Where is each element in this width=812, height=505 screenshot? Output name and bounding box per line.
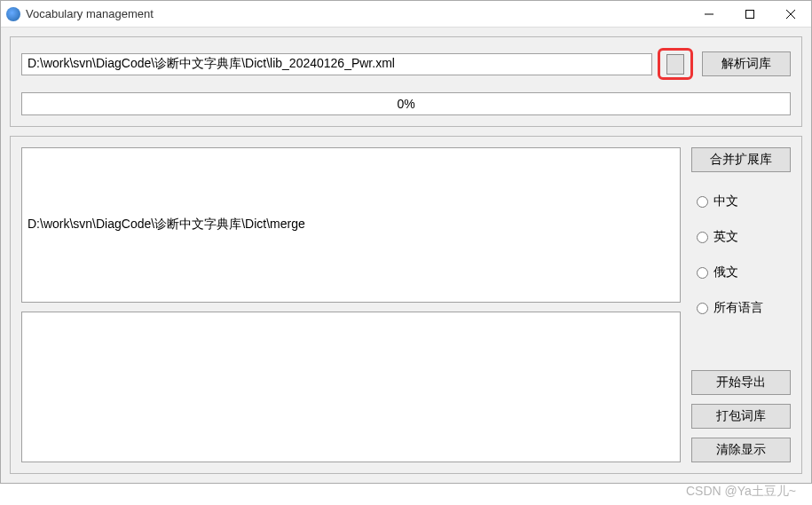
language-radio-group: 中文 英文 俄文 所有语言	[691, 183, 791, 323]
watermark-text: CSDN @Ya土豆儿~	[686, 484, 796, 500]
radio-russian[interactable]: 俄文	[697, 264, 785, 280]
radio-russian-label: 俄文	[713, 264, 738, 280]
radio-chinese[interactable]: 中文	[697, 193, 785, 209]
close-icon	[786, 10, 795, 19]
radio-all[interactable]: 所有语言	[697, 300, 785, 316]
radio-english-input[interactable]	[697, 232, 708, 243]
svg-rect-1	[746, 10, 754, 18]
parse-dict-button[interactable]: 解析词库	[702, 51, 791, 76]
export-panel: 合并扩展库 中文 英文 俄文	[10, 136, 802, 474]
maximize-icon	[745, 10, 754, 19]
minimize-button[interactable]	[689, 1, 729, 28]
titlebar: Vocabulary management	[1, 1, 811, 28]
merge-ext-button[interactable]: 合并扩展库	[691, 147, 791, 172]
parse-panel: 解析词库 0%	[10, 36, 802, 127]
merge-path-input[interactable]	[21, 147, 681, 303]
right-column: 合并扩展库 中文 英文 俄文	[691, 147, 791, 462]
radio-english[interactable]: 英文	[697, 229, 785, 245]
output-textarea[interactable]	[21, 312, 681, 463]
parse-row: 解析词库	[21, 48, 791, 80]
radio-all-input[interactable]	[697, 303, 708, 314]
start-export-button[interactable]: 开始导出	[691, 370, 791, 395]
window-title: Vocabulary management	[26, 7, 689, 20]
content-area: 解析词库 0% 合并扩展库 中文 英文	[1, 28, 811, 483]
dict-path-input[interactable]	[21, 53, 652, 75]
highlight-box	[658, 48, 693, 80]
radio-all-label: 所有语言	[713, 300, 763, 316]
close-button[interactable]	[770, 1, 811, 28]
button-stack: 开始导出 打包词库 清除显示	[691, 370, 791, 462]
progress-text: 0%	[397, 97, 414, 111]
progress-bar: 0%	[21, 92, 791, 115]
clear-display-button[interactable]: 清除显示	[691, 438, 791, 462]
browse-button[interactable]	[666, 54, 684, 75]
app-icon	[6, 7, 20, 21]
left-column	[21, 147, 681, 462]
radio-chinese-input[interactable]	[697, 196, 708, 208]
radio-russian-input[interactable]	[697, 267, 708, 279]
minimize-icon	[705, 10, 713, 19]
radio-chinese-label: 中文	[713, 193, 738, 209]
pack-dict-button[interactable]: 打包词库	[691, 404, 791, 429]
maximize-button[interactable]	[729, 1, 770, 28]
radio-english-label: 英文	[713, 229, 738, 245]
window: Vocabulary management 解析词库 0%	[0, 0, 812, 484]
